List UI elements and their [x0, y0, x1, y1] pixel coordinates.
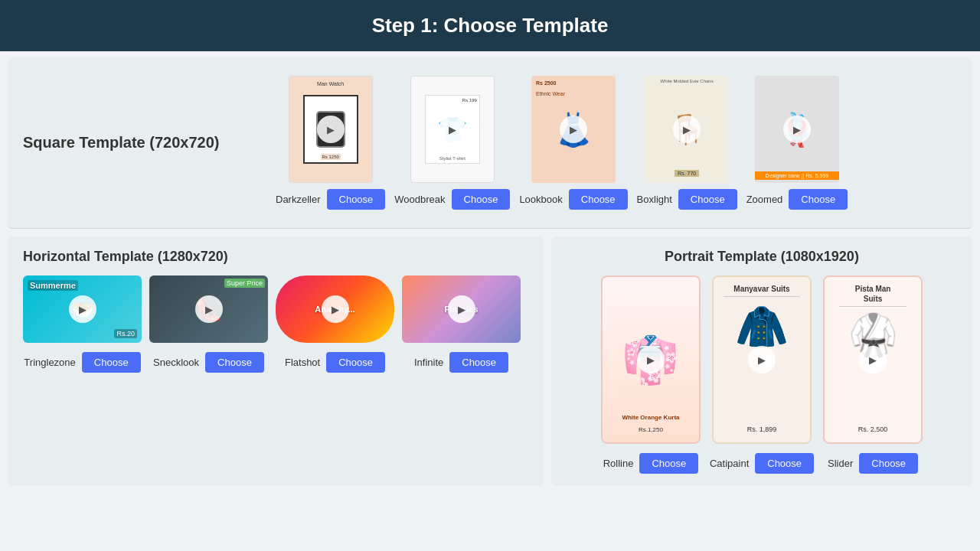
- horizontal-section: Horizontal Template (980x551) Summerme …: [8, 236, 544, 486]
- tringlezone-play-btn[interactable]: ▶: [69, 295, 96, 323]
- tringlezone-thumb[interactable]: Summerme 🥗 Rs.20 ▶: [23, 276, 142, 343]
- boxlight-thumb[interactable]: White Molded Evie Chairs 🪑 Rs. 770 ▶: [645, 76, 729, 183]
- template-item-zoomed: 🪢 Designer cane || Rs. 5,999 ▶ Zoomed Ch…: [746, 76, 848, 210]
- lookbook-play-btn[interactable]: ▶: [560, 116, 587, 143]
- template-item-slider: Pista Man Suits 🥋 Rs. 2,500 ▶ Slider Cho…: [823, 276, 923, 474]
- portrait-section-label: Portrait Template (1080x1920): [567, 249, 957, 265]
- template-item-rolline: 👘 White Orange Kurta Rs.1,250 ▶ Rolline …: [601, 276, 701, 474]
- template-item-lookbook: Rs 2500 Ethnic Wear 👗 ▶ Lookbook Choose: [519, 76, 627, 210]
- flatshot-thumb[interactable]: Anarchy... ▶: [276, 276, 394, 343]
- catipaint-thumb[interactable]: Manyavar Suits 🧥 Rs. 1,899 ▶: [712, 276, 812, 444]
- slider-name: Slider: [828, 458, 853, 469]
- tringlezone-choose-btn[interactable]: Choose: [82, 352, 141, 373]
- tringlezone-name: Tringlezone: [24, 357, 75, 368]
- template-item-catipaint: Manyavar Suits 🧥 Rs. 1,899 ▶ Catipaint C…: [710, 276, 814, 474]
- template-item-snecklook: Super Price 👠 ▶ Snecklook Choose: [149, 276, 268, 373]
- portrait-section: Portrait Template (1080x1920) 👘 White Or…: [551, 236, 972, 486]
- zoomed-play-btn[interactable]: ▶: [783, 116, 811, 143]
- slider-thumb[interactable]: Pista Man Suits 🥋 Rs. 2,500 ▶: [823, 276, 923, 444]
- rolline-play-btn[interactable]: ▶: [637, 346, 665, 373]
- template-item-woodbreak: Rs 199 👕 Stylist T-shirt ▶ Woodbreak Cho…: [394, 76, 510, 210]
- slider-choose-btn[interactable]: Choose: [859, 453, 918, 474]
- page-title: Step 1: Choose Template: [372, 14, 609, 37]
- infinite-name: Infinite: [414, 357, 443, 368]
- flatshot-choose-btn[interactable]: Choose: [326, 352, 385, 373]
- darkzeller-thumb[interactable]: Man Watch ⌚ Rs 1250 ▶: [289, 76, 373, 183]
- template-item-infinite: Flat...ies ▶ Infinite Choose: [402, 276, 521, 373]
- zoomed-choose-btn[interactable]: Choose: [789, 189, 848, 210]
- infinite-choose-btn[interactable]: Choose: [449, 352, 508, 373]
- woodbreak-play-btn[interactable]: ▶: [439, 116, 466, 143]
- square-templates-row: Man Watch ⌚ Rs 1250 ▶ Darkzeller Choose …: [268, 68, 972, 217]
- boxlight-name: Boxlight: [637, 194, 672, 205]
- flatshot-play-btn[interactable]: ▶: [322, 295, 349, 323]
- template-item-flatshot: Anarchy... ▶ Flatshot Choose: [276, 276, 394, 373]
- template-item-tringlezone: Summerme 🥗 Rs.20 ▶ Tringlezone Choose: [23, 276, 142, 373]
- darkzeller-choose-btn[interactable]: Choose: [327, 189, 386, 210]
- woodbreak-choose-btn[interactable]: Choose: [452, 189, 511, 210]
- horizontal-templates-row: Summerme 🥗 Rs.20 ▶ Tringlezone Choose Su…: [23, 276, 528, 373]
- template-item-boxlight: White Molded Evie Chairs 🪑 Rs. 770 ▶ Box…: [637, 76, 737, 210]
- boxlight-choose-btn[interactable]: Choose: [678, 189, 737, 210]
- flatshot-name: Flatshot: [285, 357, 320, 368]
- catipaint-name: Catipaint: [710, 458, 749, 469]
- infinite-play-btn[interactable]: ▶: [448, 295, 475, 323]
- snecklook-name: Snecklook: [153, 357, 199, 368]
- snecklook-thumb[interactable]: Super Price 👠 ▶: [149, 276, 268, 343]
- horizontal-section-label: Horizontal Template (980x551): [23, 249, 528, 265]
- woodbreak-name: Woodbreak: [394, 194, 445, 205]
- slider-play-btn[interactable]: ▶: [859, 346, 887, 373]
- boxlight-play-btn[interactable]: ▶: [673, 116, 701, 143]
- darkzeller-play-btn[interactable]: ▶: [317, 116, 345, 143]
- square-section-label: Square Template (720x720): [8, 134, 268, 152]
- zoomed-name: Zoomed: [746, 194, 783, 205]
- square-section: Square Template (720x720) Man Watch ⌚ Rs…: [8, 57, 972, 229]
- page-header: Step 1: Choose Template: [0, 0, 980, 51]
- woodbreak-thumb[interactable]: Rs 199 👕 Stylist T-shirt ▶: [410, 76, 495, 183]
- portrait-templates-row: 👘 White Orange Kurta Rs.1,250 ▶ Rolline …: [567, 276, 957, 474]
- snecklook-play-btn[interactable]: ▶: [195, 295, 223, 323]
- snecklook-choose-btn[interactable]: Choose: [205, 352, 264, 373]
- rolline-name: Rolline: [603, 458, 634, 469]
- infinite-thumb[interactable]: Flat...ies ▶: [402, 276, 521, 343]
- lookbook-name: Lookbook: [519, 194, 562, 205]
- zoomed-thumb[interactable]: 🪢 Designer cane || Rs. 5,999 ▶: [755, 76, 839, 183]
- catipaint-play-btn[interactable]: ▶: [748, 346, 776, 373]
- catipaint-choose-btn[interactable]: Choose: [755, 453, 814, 474]
- darkzeller-name: Darkzeller: [276, 194, 321, 205]
- template-item-darkzeller: Man Watch ⌚ Rs 1250 ▶ Darkzeller Choose: [276, 76, 385, 210]
- rolline-thumb[interactable]: 👘 White Orange Kurta Rs.1,250 ▶: [601, 276, 701, 444]
- rolline-choose-btn[interactable]: Choose: [639, 453, 698, 474]
- lookbook-choose-btn[interactable]: Choose: [569, 189, 628, 210]
- lookbook-thumb[interactable]: Rs 2500 Ethnic Wear 👗 ▶: [531, 76, 616, 183]
